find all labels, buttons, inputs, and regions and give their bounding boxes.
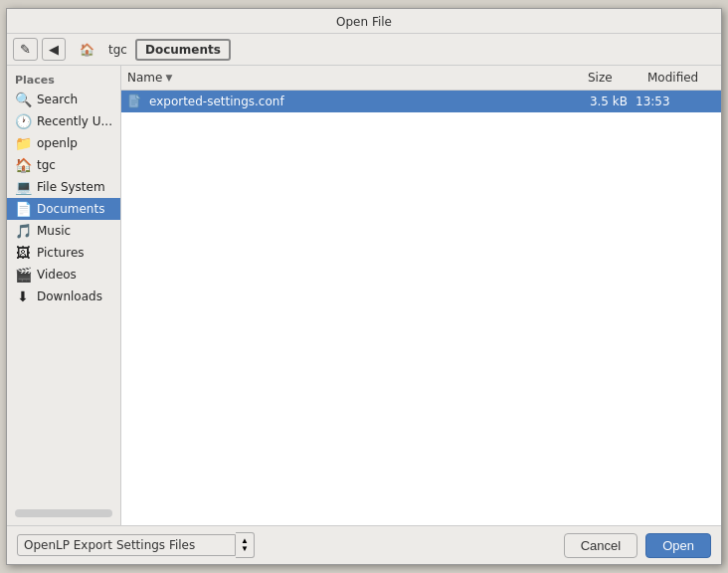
sort-icon: ▼ (165, 73, 172, 83)
sidebar-icon-videos: 🎬 (15, 267, 31, 283)
sidebar-icon-recently-used: 🕐 (15, 113, 31, 129)
dialog-title: Open File (7, 9, 721, 34)
title-text: Open File (336, 15, 392, 29)
table-row[interactable]: exported-settings.conf3.5 kB13:53 (121, 91, 721, 112)
breadcrumb-home-icon[interactable]: 🏠 (74, 41, 100, 59)
sidebar-icon-search: 🔍 (15, 92, 31, 107)
sidebar-label-recently-used: Recently U... (37, 114, 112, 128)
sidebar-icon-tgc: 🏠 (15, 157, 31, 173)
sidebar-label-music: Music (37, 224, 71, 238)
sidebar-icon-filesystem: 💻 (15, 179, 31, 195)
sidebar-icon-documents: 📄 (15, 201, 31, 217)
sidebar-item-recently-used[interactable]: 🕐Recently U... (7, 110, 120, 132)
edit-button[interactable]: ✎ (13, 38, 38, 61)
sidebar-scrollbar[interactable] (15, 509, 112, 517)
sidebar-item-videos[interactable]: 🎬Videos (7, 264, 120, 286)
file-modified: 13:53 (636, 95, 715, 108)
sidebar-item-downloads[interactable]: ⬇Downloads (7, 286, 120, 307)
sidebar-item-search[interactable]: 🔍Search (7, 89, 120, 110)
open-file-dialog: Open File ✎ ◀ 🏠 tgc Documents Places 🔍Se… (6, 8, 722, 565)
filter-dropdown: OpenLP Export Settings Files ▲ ▼ (17, 532, 255, 558)
bottom-bar: OpenLP Export Settings Files ▲ ▼ Cancel … (7, 525, 721, 564)
sidebar-item-pictures[interactable]: 🖼Pictures (7, 242, 120, 264)
sidebar-label-pictures: Pictures (37, 246, 85, 260)
file-area: Name ▼ Size Modified exported-settings.c… (121, 66, 721, 525)
edit-icon: ✎ (20, 42, 31, 57)
sidebar-item-tgc[interactable]: 🏠tgc (7, 154, 120, 176)
back-button[interactable]: ◀ (42, 38, 66, 61)
toolbar: ✎ ◀ 🏠 tgc Documents (7, 34, 721, 66)
open-button[interactable]: Open (645, 533, 711, 558)
sidebar-item-openlp[interactable]: 📁openlp (7, 132, 120, 154)
file-list-header: Name ▼ Size Modified (121, 66, 721, 91)
breadcrumb: 🏠 tgc Documents (74, 39, 231, 61)
sidebar-icon-downloads: ⬇ (15, 288, 31, 304)
sidebar-icon-openlp: 📁 (15, 135, 31, 151)
sidebar-item-filesystem[interactable]: 💻File System (7, 176, 120, 198)
sidebar-icon-pictures: 🖼 (15, 245, 31, 261)
sidebar-icon-music: 🎵 (15, 223, 31, 239)
main-content: Places 🔍Search🕐Recently U...📁openlp🏠tgc💻… (7, 66, 721, 525)
column-modified: Modified (641, 69, 721, 87)
sidebar: Places 🔍Search🕐Recently U...📁openlp🏠tgc💻… (7, 66, 121, 525)
sidebar-label-videos: Videos (37, 268, 77, 282)
filter-arrow-button[interactable]: ▲ ▼ (236, 532, 255, 558)
col-name-label: Name (127, 71, 162, 85)
cancel-button[interactable]: Cancel (564, 533, 637, 558)
file-size: 3.5 kB (576, 95, 636, 108)
file-list[interactable]: exported-settings.conf3.5 kB13:53 (121, 91, 721, 525)
sidebar-item-music[interactable]: 🎵Music (7, 220, 120, 242)
arrow-down-icon: ▼ (241, 545, 249, 553)
action-buttons: Cancel Open (564, 533, 711, 558)
column-name: Name ▼ (121, 69, 582, 87)
home-icon: 🏠 (80, 43, 94, 57)
breadcrumb-tgc[interactable]: tgc (102, 41, 133, 59)
back-icon: ◀ (49, 42, 59, 57)
sidebar-items: 🔍Search🕐Recently U...📁openlp🏠tgc💻File Sy… (7, 89, 120, 307)
sidebar-label-search: Search (37, 93, 78, 106)
column-size: Size (582, 69, 641, 87)
filter-select-label: OpenLP Export Settings Files (17, 534, 236, 556)
sidebar-section-label: Places (7, 70, 120, 89)
breadcrumb-current[interactable]: Documents (135, 39, 231, 61)
sidebar-item-documents[interactable]: 📄Documents (7, 198, 120, 220)
sidebar-label-tgc: tgc (37, 158, 56, 172)
file-name: exported-settings.conf (149, 95, 576, 108)
sidebar-label-openlp: openlp (37, 136, 78, 150)
file-icon (127, 94, 143, 109)
sidebar-label-downloads: Downloads (37, 289, 102, 303)
sidebar-label-filesystem: File System (37, 180, 105, 194)
sidebar-label-documents: Documents (37, 202, 104, 216)
